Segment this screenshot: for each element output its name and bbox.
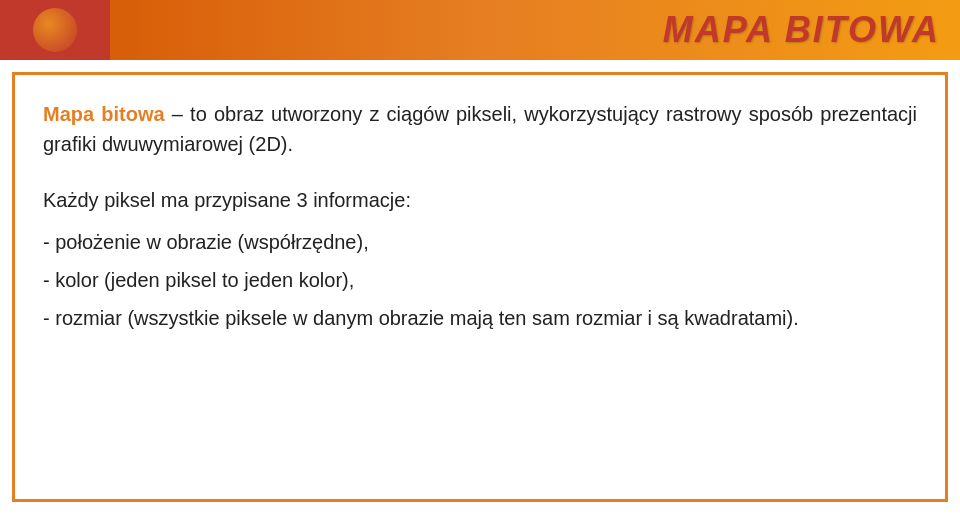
list-heading: Każdy piksel ma przypisane 3 informacje: [43, 183, 917, 217]
highlight-text: Mapa bitowa [43, 103, 165, 125]
list-item-2: - kolor (jeden piksel to jeden kolor), [43, 263, 917, 297]
list-item-1: - położenie w obrazie (współrzędne), [43, 225, 917, 259]
page-container: MAPA BITOWA Mapa bitowa – to obraz utwor… [0, 0, 960, 515]
logo-circle [33, 8, 77, 52]
main-content-box: Mapa bitowa – to obraz utworzony z ciągó… [12, 72, 948, 502]
logo-area [0, 0, 110, 60]
header-bar: MAPA BITOWA [0, 0, 960, 60]
list-section: Każdy piksel ma przypisane 3 informacje:… [43, 183, 917, 335]
list-item-3: - rozmiar (wszystkie piksele w danym obr… [43, 301, 917, 335]
intro-dash: – [172, 103, 190, 125]
page-title: MAPA BITOWA [663, 9, 940, 51]
intro-paragraph: Mapa bitowa – to obraz utworzony z ciągó… [43, 99, 917, 159]
